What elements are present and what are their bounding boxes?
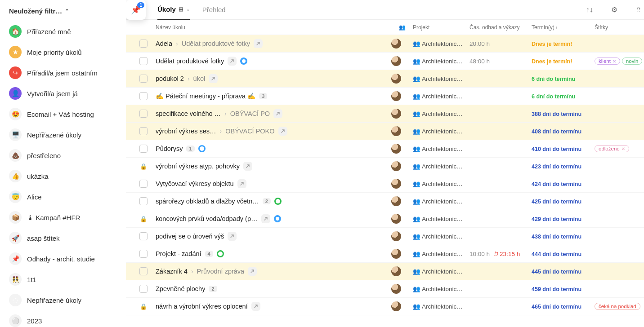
table-row[interactable]: výrobní výkres ses…›OBÝVACÍ POKO👥 Archit… [126,123,644,140]
row-checkbox[interactable] [139,180,148,188]
sidebar-item-7[interactable]: 👍ukázka [5,166,122,186]
project-cell[interactable]: 👥 Architektonic… [413,128,470,135]
row-checkbox[interactable] [139,127,148,135]
assignee-avatar[interactable] [391,196,401,206]
open-icon[interactable] [254,39,263,48]
table-row[interactable]: 🔒návrh a výrobní výkres oplocení👥 Archit… [126,298,644,315]
project-cell[interactable]: 👥 Architektonic… [413,198,470,205]
assignee-avatar[interactable] [391,161,401,171]
row-checkbox[interactable] [139,57,148,65]
open-icon[interactable] [228,57,237,66]
table-row[interactable]: Zpevněné plochy2👥 Architektonic…459 dní … [126,280,644,298]
col-term[interactable]: Termín(y)↑ [532,24,595,31]
sidebar-item-0[interactable]: 🏠Přiřazené mně [5,21,122,42]
sidebar-item-13[interactable]: ◌Nepřiřazené úkoly [5,290,122,310]
assignee-avatar[interactable] [391,109,401,119]
table-row[interactable]: Zákazník 4›Průvodní zpráva👥 Architektoni… [126,263,644,280]
sidebar-item-8[interactable]: 😇Alice [5,186,122,207]
tag[interactable]: čeká na podklad [595,303,640,310]
assignee-avatar[interactable] [391,301,401,311]
open-icon[interactable] [243,162,252,171]
sidebar-item-2[interactable]: ↪Přiřadil/a jsem ostatním [5,62,122,83]
sidebar-item-1[interactable]: ★Moje priority úkolů [5,42,122,62]
table-row[interactable]: Projekt - zadání4👥 Architektonic…10:00 h… [126,245,644,263]
open-icon[interactable] [273,109,282,118]
row-checkbox[interactable] [139,250,148,258]
open-icon[interactable] [278,127,287,136]
share-icon[interactable]: ⇪ [633,5,644,14]
sidebar-item-12[interactable]: 👯1t1 [5,269,122,290]
col-name[interactable]: Název úkolu [156,24,391,31]
assignee-avatar[interactable] [391,214,401,224]
col-time[interactable]: Čas. odhad a výkazy [470,24,532,31]
assignee-avatar[interactable] [391,74,401,84]
row-checkbox[interactable] [139,40,148,48]
assignee-avatar[interactable] [391,179,401,189]
project-cell[interactable]: 👥 Architektonic… [413,145,470,152]
assignee-avatar[interactable] [391,39,401,49]
project-cell[interactable]: 👥 Architektonic… [413,163,470,170]
open-icon[interactable] [237,179,246,188]
row-checkbox[interactable] [139,145,148,153]
row-checkbox[interactable] [139,267,148,275]
sidebar-item-14[interactable]: ⚪2023 [5,310,122,327]
assignee-avatar[interactable] [391,249,401,259]
sidebar-item-5[interactable]: 🖥️Nepřiřazené úkoly [5,124,122,145]
filter-dropdown[interactable]: Neuložený filtr… ⌃ [5,5,122,21]
assignee-avatar[interactable] [391,56,401,66]
row-checkbox[interactable] [139,197,148,205]
assignee-avatar[interactable] [391,266,401,276]
assignee-avatar[interactable] [391,126,401,136]
row-checkbox[interactable] [139,232,148,240]
project-cell[interactable]: 👥 Architektonic… [413,250,470,257]
open-icon[interactable] [251,302,260,311]
table-row[interactable]: 🔒koncových prvků voda/odpady (p…👥 Archit… [126,210,644,228]
table-row[interactable]: Půdorysy1👥 Architektonic…410 dní do term… [126,140,644,158]
assignee-avatar[interactable] [391,284,401,294]
col-assignee[interactable]: 👥 [391,24,413,31]
sidebar-item-11[interactable]: 📌Odhady - archit. studie [5,248,122,269]
row-checkbox[interactable] [139,285,148,293]
tag-remove-icon[interactable]: ✕ [622,146,625,151]
project-cell[interactable]: 👥 Architektonic… [413,75,470,82]
project-cell[interactable]: 👥 Architektonic… [413,57,470,65]
row-checkbox[interactable] [139,75,148,83]
table-row[interactable]: Adela›Udělat produktové fotky👥 Architekt… [126,35,644,53]
tab-overview[interactable]: Přehled [202,0,226,20]
open-icon[interactable] [209,74,218,83]
table-row[interactable]: specifikace volného …›OBÝVACÍ PO👥 Archit… [126,105,644,123]
open-icon[interactable] [228,232,237,241]
project-cell[interactable]: 👥 Architektonic… [413,110,470,117]
sort-icon[interactable]: ↑↓ [583,6,596,14]
project-cell[interactable]: 👥 Architektonic… [413,180,470,187]
table-row[interactable]: 🔒výrobní výkres atyp. pohovky👥 Architekt… [126,158,644,175]
pinned-filter-card[interactable]: 📌 1 [126,0,146,20]
table-row[interactable]: Udělat produktové fotky👥 Architektonic…4… [126,53,644,70]
open-icon[interactable] [261,214,270,223]
open-icon[interactable] [248,267,257,276]
table-row[interactable]: podívej se o úroveň výš👥 Architektonic…4… [126,228,644,245]
sidebar-item-10[interactable]: 🚀asap štítek [5,228,122,248]
table-row[interactable]: spárořezy obkladů a dlažby včetn…2👥 Arch… [126,193,644,210]
sidebar-item-4[interactable]: 😍Ecomail + Váš hosting [5,104,122,124]
row-checkbox[interactable] [139,110,148,118]
table-row[interactable]: ✍️ Páteční meetingy - příprava ✍️3👥 Arch… [126,88,644,105]
sidebar-item-9[interactable]: 📦🌡 Kampaň #HFR [5,207,122,228]
project-cell[interactable]: 👥 Architektonic… [413,303,470,310]
tag[interactable]: klient✕ [595,57,620,65]
col-tags[interactable]: Štítky [595,24,644,31]
row-checkbox[interactable] [139,92,148,100]
assignee-avatar[interactable] [391,144,401,154]
sidebar-item-3[interactable]: 👤Vytvořil/a jsem já [5,83,122,104]
sidebar-item-6[interactable]: 💩přestřeleno [5,145,122,166]
assignee-avatar[interactable] [391,91,401,101]
col-project[interactable]: Projekt [413,24,470,31]
project-cell[interactable]: 👥 Architektonic… [413,285,470,292]
tag[interactable]: novin [622,57,643,65]
project-cell[interactable]: 👥 Architektonic… [413,268,470,275]
tab-tasks[interactable]: Úkoly ⊞ ⌄ [157,0,190,20]
tag[interactable]: odloženo✕ [595,145,629,152]
tag-remove-icon[interactable]: ✕ [613,59,616,64]
gear-icon[interactable]: ⚙ [608,5,620,14]
table-row[interactable]: podukol 2›úkol👥 Architektonic…6 dní do t… [126,70,644,88]
